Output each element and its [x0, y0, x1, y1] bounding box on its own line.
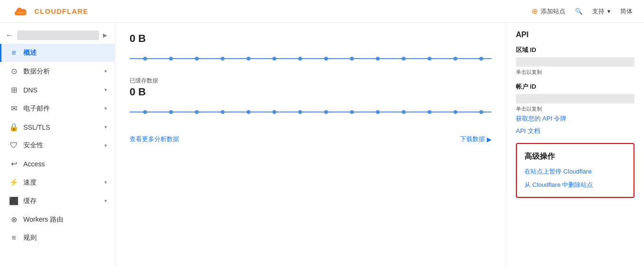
get-api-token-link[interactable]: 获取您的 API 令牌: [516, 114, 634, 123]
advanced-ops-title: 高级操作: [524, 152, 626, 162]
svg-point-20: [246, 110, 251, 114]
security-icon: 🛡: [9, 141, 19, 150]
body-layout: ← ▶ ≡ 概述 ⊙ 数据分析 ▾ ⊞ DNS ▾ ✉ 电子邮件: [0, 23, 644, 266]
svg-point-24: [350, 110, 354, 114]
zone-id-bar[interactable]: [516, 57, 634, 67]
lang-button[interactable]: 简体: [620, 7, 633, 16]
svg-point-18: [195, 110, 199, 114]
api-docs-link[interactable]: API 文档: [516, 127, 634, 135]
logo-area: CLOUDFLARE: [11, 5, 88, 18]
account-id-copy-hint: 单击以复制: [516, 105, 634, 113]
advanced-ops-box: 高级操作 在站点上暂停 Cloudflare 从 Cloudflare 中删除站…: [516, 143, 634, 198]
overview-icon: ≡: [9, 49, 19, 57]
search-icon: 🔍: [575, 8, 583, 15]
cache-icon: ⬛: [9, 196, 19, 205]
svg-point-17: [169, 110, 173, 114]
svg-point-11: [402, 57, 406, 61]
pause-cloudflare-link[interactable]: 在站点上暂停 Cloudflare: [524, 167, 626, 176]
chart-value-2: 0 B: [130, 86, 492, 98]
sidebar-item-email[interactable]: ✉ 电子邮件 ▾: [0, 99, 115, 118]
svg-point-9: [350, 57, 354, 61]
speed-icon: ⚡: [9, 178, 19, 187]
sidebar-item-workers[interactable]: ⊗ Workers 路由: [0, 210, 115, 229]
chart-actions: 查看更多分析数据 下载数据 ▶: [130, 135, 492, 143]
svg-point-16: [143, 110, 147, 114]
add-icon: ⊕: [532, 7, 538, 16]
rules-icon: ≡: [9, 234, 19, 242]
svg-point-1: [143, 57, 147, 61]
right-panel: API 区域 ID 单击以复制 帐户 ID 单击以复制 获取您的 API 令牌 …: [506, 23, 644, 266]
svg-point-23: [324, 110, 328, 114]
cache-expand-icon: ▾: [104, 198, 107, 204]
svg-point-27: [427, 110, 432, 114]
sidebar-back-row[interactable]: ← ▶: [0, 27, 115, 44]
email-icon: ✉: [9, 104, 19, 113]
download-data-button[interactable]: 下载数据 ▶: [460, 135, 492, 143]
ssl-icon: 🔒: [9, 123, 19, 132]
chart-svg-1: [130, 47, 492, 71]
sidebar-item-rules[interactable]: ≡ 规则: [0, 229, 115, 247]
analytics-icon: ⊙: [9, 67, 19, 76]
zone-id-copy-hint: 单击以复制: [516, 69, 634, 76]
svg-point-4: [221, 57, 225, 61]
svg-point-5: [246, 57, 251, 61]
svg-point-12: [427, 57, 432, 61]
support-button[interactable]: 支持 ▾: [592, 7, 611, 16]
svg-point-25: [376, 110, 380, 114]
svg-point-29: [479, 110, 483, 114]
security-expand-icon: ▾: [104, 143, 107, 149]
remove-site-link[interactable]: 从 Cloudflare 中删除站点: [524, 181, 626, 189]
search-button[interactable]: 🔍: [575, 8, 583, 15]
svg-point-14: [479, 57, 483, 61]
account-id-bar[interactable]: [516, 94, 634, 103]
svg-point-2: [169, 57, 173, 61]
sidebar-item-ssl[interactable]: 🔒 SSL/TLS ▾: [0, 118, 115, 136]
logo-text: CLOUDFLARE: [34, 7, 88, 15]
chart-svg-2: [130, 100, 492, 124]
analytics-expand-icon: ▾: [104, 68, 107, 74]
svg-point-3: [195, 57, 199, 61]
support-chevron-icon: ▾: [607, 8, 611, 15]
svg-point-10: [376, 57, 380, 61]
chart-value-1: 0 B: [130, 32, 492, 45]
domain-placeholder: [17, 31, 99, 40]
chart-section-2: 已缓存数据 0 B: [130, 77, 492, 125]
dns-expand-icon: ▾: [104, 87, 107, 93]
chart-section-1: 0 B: [130, 32, 492, 72]
main-content: 0 B: [115, 23, 644, 266]
speed-expand-icon: ▾: [104, 179, 107, 185]
sidebar-item-security[interactable]: 🛡 安全性 ▾: [0, 136, 115, 154]
svg-point-13: [453, 57, 458, 61]
sidebar-item-cache[interactable]: ⬛ 缓存 ▾: [0, 192, 115, 210]
download-arrow-icon: ▶: [487, 136, 492, 143]
svg-point-7: [298, 57, 302, 61]
more-analytics-link[interactable]: 查看更多分析数据: [130, 135, 179, 143]
access-icon: ↩: [9, 159, 19, 168]
api-title: API: [516, 31, 634, 39]
back-arrow-icon: ←: [6, 31, 13, 40]
domain-expand-icon: ▶: [103, 32, 107, 39]
center-panel: 0 B: [115, 23, 506, 266]
sidebar-item-speed[interactable]: ⚡ 速度 ▾: [0, 173, 115, 192]
zone-id-label: 区域 ID: [516, 46, 634, 54]
add-site-button[interactable]: ⊕ 添加站点: [532, 7, 565, 16]
svg-point-19: [221, 110, 225, 114]
workers-icon: ⊗: [9, 215, 19, 224]
email-expand-icon: ▾: [104, 105, 107, 112]
sidebar-item-overview[interactable]: ≡ 概述: [0, 44, 115, 62]
svg-point-22: [298, 110, 302, 114]
dns-icon: ⊞: [9, 85, 19, 94]
sidebar-item-dns[interactable]: ⊞ DNS ▾: [0, 81, 115, 99]
sidebar: ← ▶ ≡ 概述 ⊙ 数据分析 ▾ ⊞ DNS ▾ ✉ 电子邮件: [0, 23, 115, 266]
svg-point-6: [272, 57, 277, 61]
sidebar-item-analytics[interactable]: ⊙ 数据分析 ▾: [0, 62, 115, 81]
ssl-expand-icon: ▾: [104, 124, 107, 130]
cloudflare-logo[interactable]: CLOUDFLARE: [11, 5, 88, 18]
account-id-label: 帐户 ID: [516, 82, 634, 91]
chart-label-2: 已缓存数据: [130, 77, 492, 85]
top-nav: CLOUDFLARE ⊕ 添加站点 🔍 支持 ▾ 简体: [0, 0, 644, 23]
svg-point-21: [272, 110, 277, 114]
svg-point-26: [402, 110, 406, 114]
svg-point-28: [453, 110, 458, 114]
sidebar-item-access[interactable]: ↩ Access: [0, 154, 115, 173]
